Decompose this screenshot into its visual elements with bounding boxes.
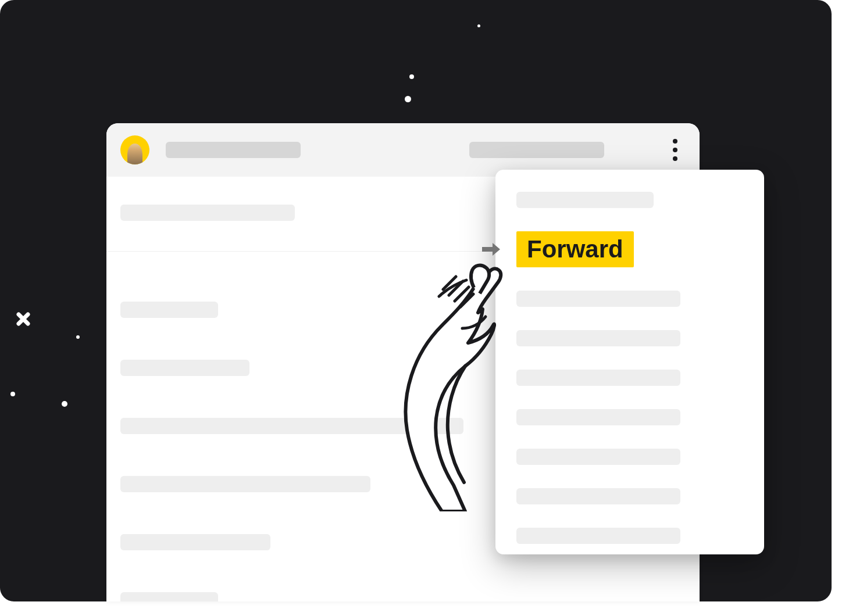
menu-item-placeholder[interactable] [516, 409, 680, 425]
body-line-placeholder [120, 592, 218, 601]
timestamp-placeholder [469, 142, 604, 158]
decoration-dot [477, 24, 480, 27]
decoration-dot [76, 335, 80, 339]
forward-arrow-icon [480, 241, 502, 257]
sender-avatar[interactable] [120, 135, 149, 164]
decoration-dot [10, 392, 15, 396]
body-line-placeholder [120, 476, 370, 492]
menu-item-forward[interactable]: Forward [480, 231, 743, 267]
email-header [106, 123, 700, 177]
decoration-dot [62, 401, 67, 407]
forward-label[interactable]: Forward [516, 231, 634, 267]
menu-item-placeholder[interactable] [516, 370, 680, 386]
sender-name-placeholder [166, 142, 301, 158]
menu-item-placeholder[interactable] [516, 192, 654, 208]
subject-placeholder [120, 205, 295, 221]
more-options-button[interactable] [668, 134, 682, 166]
menu-item-placeholder[interactable] [516, 330, 680, 346]
menu-item-placeholder[interactable] [516, 528, 680, 544]
body-line-placeholder [120, 360, 249, 376]
decoration-dot [409, 74, 414, 79]
decoration-x-icon [15, 311, 31, 330]
menu-item-placeholder[interactable] [516, 291, 680, 307]
body-line-placeholder [120, 418, 463, 434]
menu-item-placeholder[interactable] [516, 449, 680, 465]
body-line-placeholder [120, 534, 270, 550]
decoration-dot [405, 96, 411, 102]
body-line-placeholder [120, 302, 218, 318]
more-options-menu: Forward [495, 170, 764, 554]
menu-item-placeholder[interactable] [516, 488, 680, 504]
